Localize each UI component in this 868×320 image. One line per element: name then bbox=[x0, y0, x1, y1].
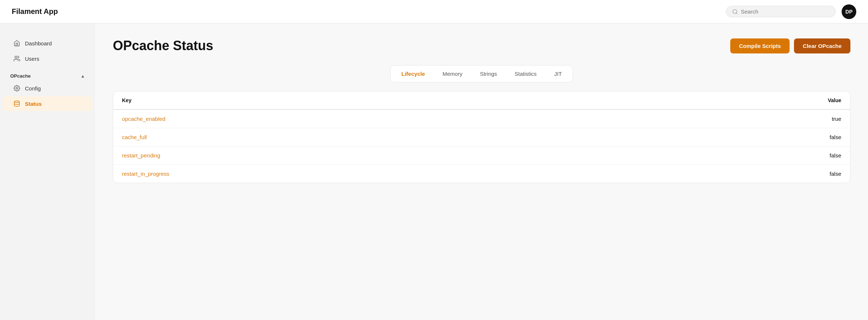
chevron-up-icon: ▲ bbox=[81, 74, 85, 79]
table-row: cache_full false bbox=[113, 128, 850, 146]
search-icon bbox=[732, 9, 738, 15]
col-value-header: Value bbox=[612, 92, 850, 109]
table-cell-value: false bbox=[612, 146, 850, 165]
svg-line-1 bbox=[736, 13, 737, 14]
tabs: Lifecycle Memory Strings Statistics JIT bbox=[390, 65, 573, 82]
sidebar-section-opcache[interactable]: OPcache ▲ bbox=[0, 67, 95, 80]
lifecycle-table: Key Value opcache_enabled true cache_ful… bbox=[113, 92, 850, 183]
table-cell-key: cache_full bbox=[113, 128, 612, 146]
sidebar: Dashboard Users OPcache ▲ Config bbox=[0, 23, 95, 320]
header-actions: Compile Scripts Clear OPcache bbox=[730, 38, 850, 53]
database-icon bbox=[13, 100, 21, 107]
users-icon bbox=[13, 55, 21, 62]
tabs-container: Lifecycle Memory Strings Statistics JIT bbox=[113, 65, 850, 82]
tab-statistics[interactable]: Statistics bbox=[507, 68, 545, 80]
table-row: opcache_enabled true bbox=[113, 109, 850, 128]
avatar: DP bbox=[842, 4, 856, 19]
main-content: OPcache Status Compile Scripts Clear OPc… bbox=[95, 23, 868, 320]
tab-jit[interactable]: JIT bbox=[546, 68, 570, 80]
table-cell-value: true bbox=[612, 109, 850, 128]
sidebar-item-label: Users bbox=[25, 56, 39, 62]
svg-point-3 bbox=[16, 88, 18, 89]
page-title: OPcache Status bbox=[113, 38, 213, 53]
table-cell-value: false bbox=[612, 165, 850, 183]
lifecycle-table-wrapper: Key Value opcache_enabled true cache_ful… bbox=[113, 91, 850, 183]
sidebar-item-config[interactable]: Config bbox=[3, 81, 92, 96]
col-key-header: Key bbox=[113, 92, 612, 109]
table-cell-key: restart_in_progress bbox=[113, 165, 612, 183]
table-row: restart_pending false bbox=[113, 146, 850, 165]
topnav: Filament App DP bbox=[0, 0, 868, 23]
tab-lifecycle[interactable]: Lifecycle bbox=[394, 68, 433, 80]
app-brand: Filament App bbox=[12, 7, 58, 16]
search-input[interactable] bbox=[741, 8, 830, 15]
sidebar-item-dashboard[interactable]: Dashboard bbox=[3, 36, 92, 51]
topnav-right: DP bbox=[726, 4, 856, 19]
sidebar-section-label: OPcache bbox=[10, 73, 31, 79]
sidebar-item-users[interactable]: Users bbox=[3, 51, 92, 66]
home-icon bbox=[13, 40, 21, 47]
tab-strings[interactable]: Strings bbox=[472, 68, 505, 80]
table-cell-key: restart_pending bbox=[113, 146, 612, 165]
svg-point-2 bbox=[15, 56, 17, 58]
search-bar[interactable] bbox=[726, 6, 836, 17]
sidebar-item-label: Status bbox=[25, 101, 42, 107]
app-layout: Dashboard Users OPcache ▲ Config bbox=[0, 23, 868, 320]
table-cell-key: opcache_enabled bbox=[113, 109, 612, 128]
tab-memory[interactable]: Memory bbox=[435, 68, 470, 80]
clear-opcache-button[interactable]: Clear OPcache bbox=[794, 38, 850, 53]
sidebar-item-label: Config bbox=[25, 85, 41, 92]
table-cell-value: false bbox=[612, 128, 850, 146]
page-header: OPcache Status Compile Scripts Clear OPc… bbox=[113, 38, 850, 53]
sidebar-item-label: Dashboard bbox=[25, 40, 52, 46]
sidebar-item-status[interactable]: Status bbox=[3, 96, 92, 111]
gear-icon bbox=[13, 85, 21, 92]
table-row: restart_in_progress false bbox=[113, 165, 850, 183]
svg-point-4 bbox=[14, 101, 19, 103]
compile-scripts-button[interactable]: Compile Scripts bbox=[730, 38, 790, 53]
